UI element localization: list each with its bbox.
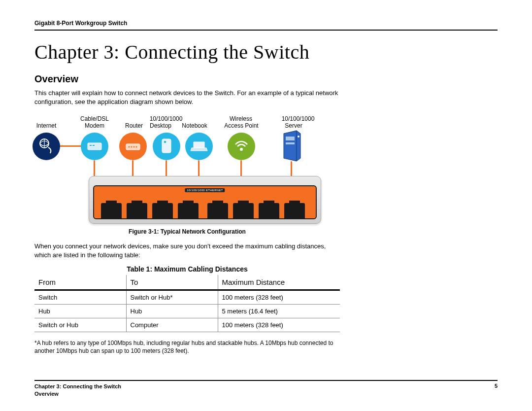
modem-label-bottom: Modem — [77, 123, 112, 130]
server-icon — [280, 130, 302, 162]
footer-chapter: Chapter 3: Connecting the Switch — [34, 383, 121, 390]
chapter-title: Chapter 3: Connecting the Switch — [34, 40, 498, 64]
svg-point-11 — [240, 148, 243, 151]
switch-device: 10/100/1000 ETHERNET — [89, 176, 321, 224]
svg-point-8 — [136, 146, 137, 148]
internet-label: Internet — [32, 123, 61, 130]
overview-heading: Overview — [34, 73, 498, 85]
table-row: Hub Hub 5 meters (16.4 feet) — [34, 305, 340, 318]
svg-point-7 — [133, 146, 135, 148]
svg-rect-10 — [164, 141, 166, 143]
notebook-label: Notebook — [177, 123, 212, 130]
desktop-label-top: 10/100/1000 — [144, 116, 188, 123]
overview-intro: This chapter will explain how to connect… — [34, 89, 340, 106]
table-caption: Table 1: Maximum Cabling Distances — [34, 265, 340, 273]
ap-label-top: Wireless — [219, 116, 263, 123]
router-label: Router — [119, 123, 149, 130]
svg-rect-4 — [126, 144, 140, 150]
product-header: Gigabit 8-Port Workgroup Switch — [34, 20, 498, 31]
svg-point-5 — [129, 146, 130, 148]
th-dist: Maximum Distance — [218, 275, 340, 290]
th-from: From — [34, 275, 126, 290]
svg-rect-12 — [286, 137, 295, 140]
svg-point-14 — [298, 136, 299, 137]
network-diagram: Internet Cable/DSL Modem Router 10/100/1… — [34, 112, 340, 225]
desktop-icon — [153, 133, 180, 160]
svg-rect-13 — [286, 142, 295, 144]
server-label-bottom: Server — [279, 123, 308, 130]
modem-label-top: Cable/DSL — [77, 116, 112, 123]
svg-rect-3 — [93, 145, 95, 146]
switch-strip-label: 10/100/1000 ETHERNET — [185, 188, 225, 192]
svg-rect-1 — [88, 143, 101, 150]
th-to: To — [126, 275, 218, 290]
svg-point-6 — [131, 146, 133, 148]
link-internet-modem — [60, 145, 81, 147]
post-figure-text: When you connect your network devices, m… — [34, 242, 340, 259]
figure-caption: Figure 3-1: Typical Network Configuratio… — [34, 228, 340, 235]
page-number: 5 — [495, 383, 498, 397]
server-label-top: 10/100/1000 — [276, 116, 320, 123]
table-row: Switch or Hub Computer 100 meters (328 f… — [34, 318, 340, 332]
svg-rect-9 — [162, 139, 171, 153]
footer-section: Overview — [34, 390, 121, 397]
page-footer: Chapter 3: Connecting the Switch Overvie… — [34, 380, 498, 397]
router-icon — [119, 133, 147, 160]
cabling-table: From To Maximum Distance Switch Switch o… — [34, 275, 340, 332]
internet-icon — [33, 133, 60, 160]
desktop-label-bottom: Desktop — [146, 123, 175, 130]
access-point-icon — [228, 133, 255, 160]
table-row: Switch Switch or Hub* 100 meters (328 fe… — [34, 290, 340, 305]
svg-rect-2 — [90, 145, 92, 146]
notebook-icon — [185, 133, 213, 160]
ap-label-bottom: Access Point — [217, 123, 266, 130]
modem-icon — [81, 133, 108, 160]
table-footnote: *A hub refers to any type of 100Mbps hub… — [34, 339, 340, 355]
